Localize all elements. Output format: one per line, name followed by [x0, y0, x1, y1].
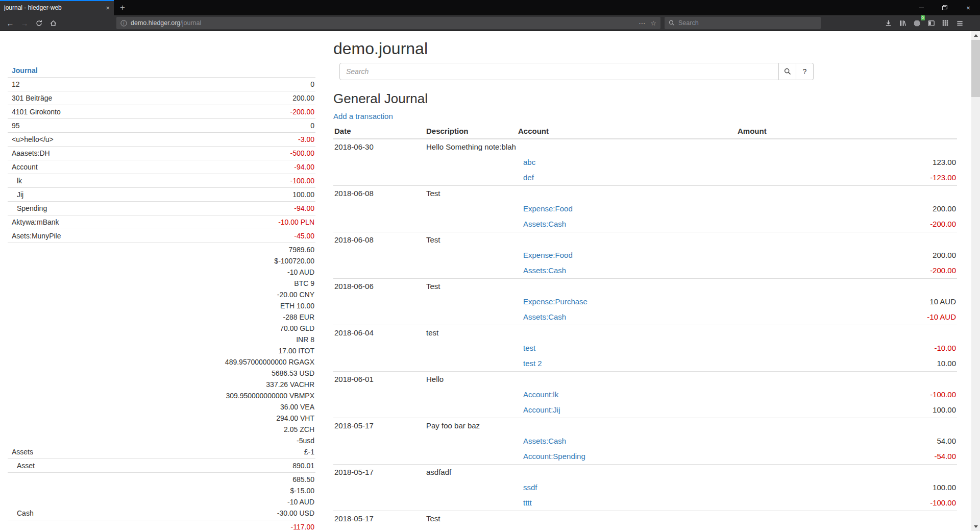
browser-tab[interactable]: journal - hledger-web × — [0, 0, 114, 15]
posting-account-link[interactable]: ssdf — [523, 483, 537, 492]
posting-amount: -100.00 — [737, 387, 957, 402]
posting-account-link[interactable]: Assets:Cash — [523, 266, 566, 275]
window-close-button[interactable]: × — [957, 0, 980, 15]
balance-amount: -10 AUD — [225, 267, 314, 278]
url-bar[interactable]: i demo.hledger.org/journal ⋯ ☆ — [116, 17, 660, 29]
menu-button[interactable] — [952, 17, 967, 29]
posting-account-link[interactable]: tttt — [523, 498, 532, 507]
home-icon — [50, 19, 57, 27]
sidebar-account-link[interactable]: Assets — [12, 446, 33, 457]
balance-amount: 890.01 — [292, 460, 314, 471]
posting-row: test 210.00 — [333, 356, 957, 372]
downloads-button[interactable] — [881, 17, 895, 29]
adblock-extension-button[interactable]: 0 — [910, 17, 924, 29]
balance-amount: BTC 9 — [225, 278, 314, 289]
balance-amount: 5686.53 USD — [225, 368, 314, 379]
grid-icon — [942, 19, 949, 27]
window-minimize-button[interactable] — [910, 0, 933, 15]
posting-account-link[interactable]: Expense:Food — [523, 204, 573, 213]
reload-button[interactable] — [32, 17, 46, 29]
sidebar-account-link[interactable]: Aktywa:mBank — [12, 216, 59, 228]
add-transaction-link[interactable]: Add a transaction — [333, 112, 393, 120]
posting-amount: -100.00 — [737, 495, 957, 511]
transaction-description: Test — [425, 279, 957, 295]
posting-account-link[interactable]: Assets:Cash — [523, 312, 566, 321]
sidebar-toggle-icon — [927, 19, 935, 27]
transaction-row: 2018-06-30Hello Something note:blah — [333, 139, 957, 155]
transaction-description: Test — [425, 232, 957, 248]
minimize-icon — [919, 8, 924, 8]
transaction-date: 2018-06-08 — [333, 186, 425, 202]
posting-amount: -200.00 — [737, 216, 957, 232]
window-controls: × — [910, 0, 980, 15]
sidebar-account-link[interactable]: 95 — [12, 120, 20, 131]
scroll-down-icon[interactable] — [974, 525, 978, 528]
sidebar-account-link[interactable]: Asset — [17, 460, 35, 471]
posting-amount: -10.00 — [737, 341, 957, 356]
posting-account-link[interactable]: Expense:Purchase — [523, 297, 587, 306]
transaction-row: 2018-05-17Pay foo bar baz — [333, 418, 957, 434]
sidebar-account-link[interactable]: 4101 Girokonto — [12, 106, 61, 117]
browser-search-field[interactable]: Search — [665, 17, 821, 29]
grid-apps-button[interactable] — [938, 17, 952, 29]
posting-row: Expense:Food200.00 — [333, 248, 957, 263]
sidebar-toggle-button[interactable] — [924, 17, 938, 29]
posting-account-link[interactable]: Account:lk — [523, 390, 558, 399]
sidebar-account-row: Account-94.00 — [8, 160, 315, 174]
sidebar-account-row: 120 — [8, 77, 315, 91]
table-header-row: Date Description Account Amount — [333, 124, 957, 139]
sidebar-account-link[interactable]: Asets:MunyPile — [12, 230, 61, 242]
posting-account-link[interactable]: Account:Jij — [523, 405, 560, 414]
scroll-up-button[interactable] — [971, 31, 980, 40]
window-restore-button[interactable] — [933, 0, 957, 15]
posting-amount: -200.00 — [737, 263, 957, 279]
sidebar-account-link[interactable]: Account — [12, 161, 38, 173]
library-button[interactable] — [895, 17, 910, 29]
sidebar-account-row: Cash685.50$-15.00-10 AUD-30.00 USD — [8, 472, 315, 520]
posting-account-link[interactable]: abc — [523, 158, 535, 166]
sidebar-account-link[interactable]: <u>hello</u> — [12, 134, 54, 145]
sidebar-account-link[interactable]: 301 Beiträge — [12, 92, 52, 104]
balance-amount: ETH 10.00 — [225, 300, 314, 311]
back-button[interactable]: ← — [3, 17, 17, 29]
sidebar-account-link[interactable]: Jij — [17, 189, 23, 200]
posting-amount: 200.00 — [737, 248, 957, 263]
transaction-row: 2018-06-08Test — [333, 186, 957, 202]
sidebar-account-link[interactable]: Cash — [17, 508, 34, 519]
page-actions-icon[interactable]: ⋯ — [639, 19, 645, 27]
search-input[interactable] — [339, 63, 779, 80]
page-scrollbar[interactable] — [971, 31, 980, 531]
transaction-date: 2018-06-04 — [333, 325, 425, 341]
balance-amount: -45.00 — [294, 230, 314, 242]
search-help-button[interactable]: ? — [796, 63, 814, 80]
sidebar-account-link[interactable]: 12 — [12, 79, 20, 90]
posting-account-link[interactable]: Expense:Food — [523, 251, 573, 259]
home-button[interactable] — [46, 17, 60, 29]
tab-close-icon[interactable]: × — [106, 5, 110, 11]
url-domain: demo.hledger.org — [131, 19, 180, 27]
site-info-icon[interactable]: i — [120, 20, 127, 27]
search-button[interactable] — [779, 63, 796, 80]
journal-link[interactable]: Journal — [12, 66, 38, 75]
forward-button[interactable]: → — [17, 17, 32, 29]
scrollbar-thumb[interactable] — [971, 40, 980, 97]
balance-amount: -200.00 — [290, 106, 314, 117]
posting-row: Assets:Cash-200.00 — [333, 216, 957, 232]
posting-account-link[interactable]: def — [523, 173, 534, 182]
transaction-row: 2018-05-17Test — [333, 511, 957, 527]
extension-icon — [913, 19, 921, 27]
posting-row: Account:Jij100.00 — [333, 402, 957, 418]
sidebar-account-row: Asets:MunyPile-45.00 — [8, 229, 315, 243]
posting-account-link[interactable]: Account:Spending — [523, 452, 585, 461]
posting-account-link[interactable]: test — [523, 344, 535, 352]
sidebar-account-link[interactable]: lk — [17, 175, 22, 186]
sidebar-account-link[interactable]: Spending — [17, 203, 47, 214]
posting-account-link[interactable]: test 2 — [523, 359, 542, 368]
sidebar-account-link[interactable]: Aaasets:DH — [12, 148, 50, 159]
posting-row: Assets:Cash54.00 — [333, 433, 957, 449]
posting-account-link[interactable]: Assets:Cash — [523, 437, 566, 445]
page-title: demo.journal — [333, 38, 957, 59]
new-tab-button[interactable]: + — [114, 0, 131, 15]
bookmark-star-icon[interactable]: ☆ — [650, 19, 656, 27]
posting-account-link[interactable]: Assets:Cash — [523, 220, 566, 228]
